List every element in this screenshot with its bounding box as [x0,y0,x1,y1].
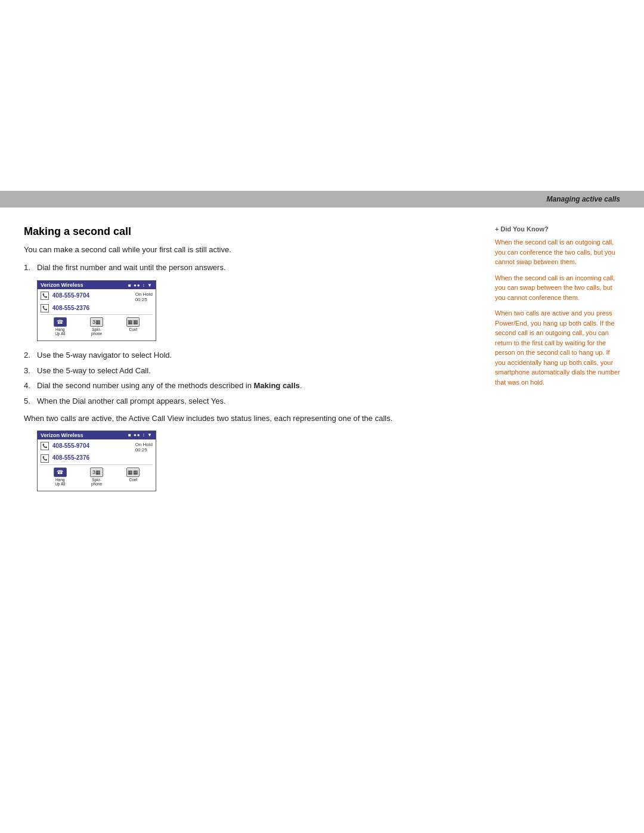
phone-number-3: 408-555-9704 [52,442,89,448]
phone-buttons-1: ☎ HangUp All 3▦ Spkr-phone ▦▦ Conf [41,314,153,338]
step-4-text: Dial the second number using any of the … [37,380,477,392]
phone-mockup-1: Verizon Wireless ■ ●● ↕ ▼ 📞 408-555-9704… [37,280,156,341]
header-bar-title: Managing active calls [547,195,620,203]
phone-row-4: 📞 408-555-2376 [41,454,153,463]
phone-btn-conf-label: Conf [129,327,137,332]
step-5-number: 5. [24,395,37,407]
phone-header-2: Verizon Wireless ■ ●● ↕ ▼ [38,431,156,439]
phone-btn-hang-icon-2: ☎ [54,467,67,477]
phone-btn-spkr-2: 3▦ Spkr-phone [90,467,103,486]
phone-btn-spkr-icon: 3▦ [90,317,103,327]
step-3-text: Use the 5-way to select Add Call. [37,365,477,377]
phone-btn-conf-icon: ▦▦ [126,317,140,327]
phone-number-4: 408-555-2376 [52,454,89,461]
phone-number-1: 408-555-9704 [52,292,89,299]
phone-time-1: 00:25 [135,297,153,302]
phone-btn-spkr-label: Spkr-phone [91,327,102,336]
phone-icon-1: 📞 [41,292,49,300]
step-2: 2. Use the 5-way navigator to select Hol… [24,349,477,361]
phone-status-area-1: On Hold 00:25 [135,292,153,302]
phone-contact-2: 📞 408-555-2376 [41,304,153,312]
phone-btn-spkr-icon-2: 3▦ [90,467,103,477]
phone-status-2: On Hold [135,442,153,447]
page-container: Managing active calls Making a second ca… [0,191,644,833]
phone-contact-4: 📞 408-555-2376 [41,454,153,463]
phone-time-2: 00:25 [135,447,153,453]
phone-buttons-2: ☎ HangUp All 3▦ Spkr-phone ▦▦ Conf [41,465,153,488]
phone-btn-conf-icon-2: ▦▦ [126,467,140,477]
phone-btn-hang-label: HangUp All [55,327,65,336]
phone-header-title-2: Verizon Wireless [41,432,83,438]
step-3-number: 3. [24,365,37,377]
main-content: Making a second call You can make a seco… [0,208,644,524]
step-5-text: When the Dial another call prompt appear… [37,395,477,407]
phone-header-icons-1: ■ ●● ↕ ▼ [128,283,153,288]
intro-text: You can make a second call while your fi… [24,244,477,256]
phone-mockup-2: Verizon Wireless ■ ●● ↕ ▼ 📞 408-555-9704… [37,431,156,491]
step-1: 1. Dial the first number and wait until … [24,262,477,274]
phone-btn-spkr-label-2: Spkr-phone [91,478,102,486]
tip-1: When the second call is an outgoing call… [495,237,620,267]
phone-row-3: 📞 408-555-9704 On Hold 00:25 [41,442,153,453]
phone-btn-hang-2: ☎ HangUp All [54,467,67,486]
phone-icon-3: 📞 [41,442,49,450]
right-column: Did You Know? When the second call is an… [495,225,620,500]
phone-btn-conf-2: ▦▦ Conf [126,467,140,486]
step-5: 5. When the Dial another call prompt app… [24,395,477,407]
phone-btn-spkr: 3▦ Spkr-phone [90,317,103,336]
phone-body-2: 📞 408-555-9704 On Hold 00:25 📞 408-555-2… [38,439,156,491]
tip-3: When two calls are active and you press … [495,308,620,387]
phone-row-1: 📞 408-555-9704 On Hold 00:25 [41,292,153,302]
phone-icon-2: 📞 [41,304,49,312]
phone-header-title-1: Verizon Wireless [41,282,83,288]
step-4-number: 4. [24,380,37,392]
phone-btn-hang-icon: ☎ [54,317,67,327]
left-column: Making a second call You can make a seco… [24,225,477,500]
phone-contact-1: 📞 408-555-9704 [41,292,135,300]
step-2-text: Use the 5-way navigator to select Hold. [37,349,477,361]
phone-btn-conf: ▦▦ Conf [126,317,140,336]
step-3: 3. Use the 5-way to select Add Call. [24,365,477,377]
summary-para: When two calls are active, the Active Ca… [24,413,477,425]
step-1-text: Dial the first number and wait until the… [37,262,477,274]
did-you-know-title: Did You Know? [495,225,620,233]
steps-list: 1. Dial the first number and wait until … [24,262,477,274]
phone-number-2: 408-555-2376 [52,305,89,311]
phone-icon-4: 📞 [41,454,49,463]
phone-btn-hang-label-2: HangUp All [55,478,65,486]
section-title: Making a second call [24,225,477,238]
phone-status-area-2: On Hold 00:25 [135,442,153,453]
steps-list-2: 2. Use the 5-way navigator to select Hol… [24,349,477,407]
phone-header-1: Verizon Wireless ■ ●● ↕ ▼ [38,281,156,289]
step-2-number: 2. [24,349,37,361]
step-1-number: 1. [24,262,37,274]
step-4: 4. Dial the second number using any of t… [24,380,477,392]
making-calls-link[interactable]: Making calls [254,381,300,390]
phone-header-icons-2: ■ ●● ↕ ▼ [128,432,153,438]
phone-body-1: 📞 408-555-9704 On Hold 00:25 📞 408-555-2… [38,289,156,340]
phone-row-2: 📞 408-555-2376 [41,304,153,312]
phone-btn-conf-label-2: Conf [129,478,137,482]
phone-btn-hang: ☎ HangUp All [54,317,67,336]
phone-contact-3: 📞 408-555-9704 [41,442,135,450]
header-bar: Managing active calls [0,191,644,208]
phone-status-1: On Hold [135,292,153,297]
tip-2: When the second call is an incoming call… [495,273,620,303]
